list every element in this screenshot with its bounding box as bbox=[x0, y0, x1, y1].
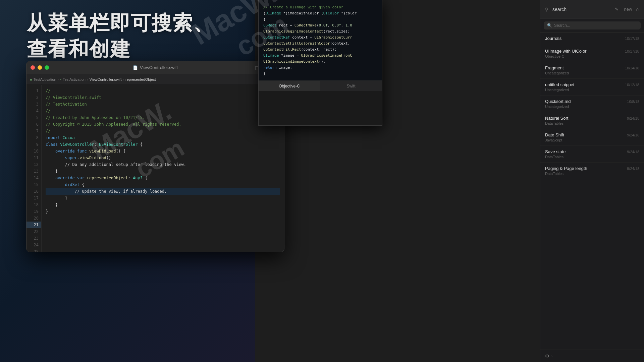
edit-icon[interactable]: ✎ bbox=[613, 6, 620, 12]
search-icon: ⚲ bbox=[545, 7, 548, 12]
file-icon: 📄 bbox=[133, 65, 138, 70]
breadcrumb-sep-2: › bbox=[87, 77, 88, 81]
snippet-list-item[interactable]: Natural Sort DataTables 9/24/18 bbox=[540, 112, 644, 129]
snippet-list-item[interactable]: UIImage with UIColor Objective-C 10/17/1… bbox=[540, 45, 644, 62]
snippets-footer: ⚙ › bbox=[540, 350, 644, 362]
snippet-list-item[interactable]: Fragment Uncategorized 10/14/18 bbox=[540, 62, 644, 79]
snippet-list-item[interactable]: Quicksort.md Uncategorized 10/8/18 bbox=[540, 96, 644, 112]
chevron-down-icon[interactable]: › bbox=[551, 354, 552, 358]
chinese-headline: 从菜单栏即可搜索、 查看和创建 bbox=[27, 10, 214, 62]
line-number-15: 15 bbox=[26, 181, 41, 188]
line-number-9: 9 bbox=[26, 141, 41, 148]
breadcrumb-item-3[interactable]: ViewController.swift bbox=[90, 77, 122, 81]
line-number-24: 24 bbox=[26, 242, 41, 248]
snippets-panel: ⚲ search ✎ new ⌂ 🔍 Journals 10/17/18 UII… bbox=[540, 0, 644, 362]
snippet-item-date: 9/24/18 bbox=[627, 133, 639, 137]
line-number-17: 17 bbox=[26, 195, 41, 201]
line-number-5: 5 bbox=[26, 114, 41, 121]
snippet-list-item[interactable]: Save state DataTables 9/24/18 bbox=[540, 146, 644, 163]
breadcrumb-label-4: representedObject bbox=[125, 77, 156, 81]
new-button[interactable]: new bbox=[623, 6, 633, 12]
code-line-20: didSet { bbox=[46, 181, 280, 188]
search-input[interactable] bbox=[554, 23, 637, 28]
code-line-5: // Created by John Appleseed on 10/21/15… bbox=[46, 114, 280, 121]
home-icon[interactable]: ⌂ bbox=[636, 6, 639, 12]
code-line-17: } bbox=[46, 168, 280, 175]
gear-icon[interactable]: ⚙ bbox=[545, 353, 549, 359]
line-number-18: 18 bbox=[26, 201, 41, 208]
snippet-item-name: Journals bbox=[545, 36, 622, 41]
snippet-code-line: UIGraphicsBeginImageContext(rect.size); bbox=[263, 28, 377, 35]
code-line-7: // bbox=[46, 128, 280, 134]
line-number-21: 21 bbox=[26, 222, 41, 228]
snippet-item-date: 10/17/18 bbox=[625, 37, 639, 41]
snippet-code-line: { bbox=[263, 16, 377, 22]
snippet-code-area: // Create a UIImage with given color(UII… bbox=[259, 0, 382, 81]
snippet-item-date: 10/12/18 bbox=[625, 83, 639, 87]
snippet-item-category: Objective-C bbox=[545, 54, 622, 58]
minimize-button[interactable] bbox=[38, 65, 42, 70]
line-number-7: 7 bbox=[26, 128, 41, 134]
line-number-3: 3 bbox=[26, 101, 41, 108]
breadcrumb-label-1: TestActivation bbox=[34, 77, 56, 81]
header-actions: ✎ new ⌂ bbox=[613, 6, 639, 12]
snippet-item-info: Paging & Page length DataTables bbox=[545, 166, 624, 176]
code-line-19: override var representedObject: Any? { bbox=[46, 175, 280, 181]
snippet-list-item[interactable]: Date Shift JavaScript 9/24/18 bbox=[540, 129, 644, 146]
breadcrumb-item-1[interactable]: ■ TestActivation bbox=[30, 77, 56, 81]
code-line-2: // ViewController.swift bbox=[46, 94, 280, 101]
line-number-10: 10 bbox=[26, 148, 41, 155]
snippet-list-item[interactable]: untitled snippet Uncategorized 10/12/18 bbox=[540, 79, 644, 96]
snippet-list-item[interactable]: Paging & Page length DataTables 9/24/18 bbox=[540, 163, 644, 179]
snippet-code-line: (UIImage *)imageWithColor:(UIColor *)col… bbox=[263, 10, 377, 16]
code-content[interactable]: //// ViewController.swift// TestActivati… bbox=[42, 85, 284, 252]
snippet-item-category: DataTables bbox=[545, 155, 624, 159]
snippet-item-date: 10/8/18 bbox=[627, 100, 639, 104]
snippet-item-info: UIImage with UIColor Objective-C bbox=[545, 49, 622, 58]
snippet-code-line: CGContextSetFillColorWithColor(context, bbox=[263, 41, 377, 47]
code-line-4: // bbox=[46, 108, 280, 114]
snippet-item-info: Quicksort.md Uncategorized bbox=[545, 99, 624, 109]
titlebar-filename: 📄 ViewController.swift bbox=[133, 65, 178, 70]
search-magnifier-icon: 🔍 bbox=[547, 23, 552, 28]
tab-objc[interactable]: Objective-C bbox=[259, 81, 320, 91]
code-line-22: } bbox=[46, 195, 280, 201]
snippet-item-date: 9/24/18 bbox=[627, 150, 639, 154]
snippet-popup: // Create a UIImage with given color(UII… bbox=[258, 0, 382, 126]
snippet-list-item[interactable]: Journals 10/17/18 bbox=[540, 33, 644, 45]
snippet-code-line: } bbox=[263, 71, 377, 77]
tab-swift[interactable]: Swift bbox=[320, 81, 382, 91]
editor-window: 📄 ViewController.swift ◫ ‹ › ■ TestActiv… bbox=[26, 61, 284, 252]
line-numbers: 1234567891011121314151617181920212223242… bbox=[26, 85, 42, 252]
snippet-item-name: UIImage with UIColor bbox=[545, 49, 622, 54]
snippet-item-info: Natural Sort DataTables bbox=[545, 116, 624, 125]
snippet-item-category: Uncategorized bbox=[545, 71, 622, 75]
line-number-19: 19 bbox=[26, 208, 41, 215]
line-number-12: 12 bbox=[26, 161, 41, 168]
snippet-code-line: return image; bbox=[263, 65, 377, 71]
line-number-1: 1 bbox=[26, 87, 41, 94]
code-area: 1234567891011121314151617181920212223242… bbox=[26, 85, 284, 252]
line-number-25: 25 bbox=[26, 248, 41, 252]
breadcrumb-label-2: TestActivation bbox=[63, 77, 86, 81]
breadcrumb-sep-3: › bbox=[123, 77, 124, 81]
maximize-button[interactable] bbox=[45, 65, 49, 70]
snippet-item-info: Date Shift JavaScript bbox=[545, 132, 624, 142]
snippet-code-line: UIGraphicsEndImageContext(); bbox=[263, 59, 377, 65]
snippet-item-info: untitled snippet Uncategorized bbox=[545, 82, 622, 92]
snippets-header: ⚲ search ✎ new ⌂ bbox=[540, 0, 644, 19]
snippet-item-category: DataTables bbox=[545, 121, 624, 125]
close-button[interactable] bbox=[31, 65, 35, 70]
breadcrumb-bar: ■ TestActivation › ▪ TestActivation › Vi… bbox=[26, 74, 284, 85]
snippet-item-info: Fragment Uncategorized bbox=[545, 65, 622, 75]
snippet-item-name: Save state bbox=[545, 149, 624, 154]
snippet-code-line: CGContextFillRect(context, rect); bbox=[263, 47, 377, 53]
breadcrumb-item-2[interactable]: ▪ TestActivation bbox=[60, 77, 86, 81]
snippet-item-date: 9/24/18 bbox=[627, 116, 639, 120]
line-number-6: 6 bbox=[26, 121, 41, 128]
breadcrumb-item-4[interactable]: representedObject bbox=[125, 77, 156, 81]
line-number-4: 4 bbox=[26, 108, 41, 114]
snippet-list: Journals 10/17/18 UIImage with UIColor O… bbox=[540, 33, 644, 350]
snippet-code-line: UIImage *image = UIGraphicsGetImageFromC bbox=[263, 53, 377, 59]
filename-label: ViewController.swift bbox=[140, 65, 178, 70]
